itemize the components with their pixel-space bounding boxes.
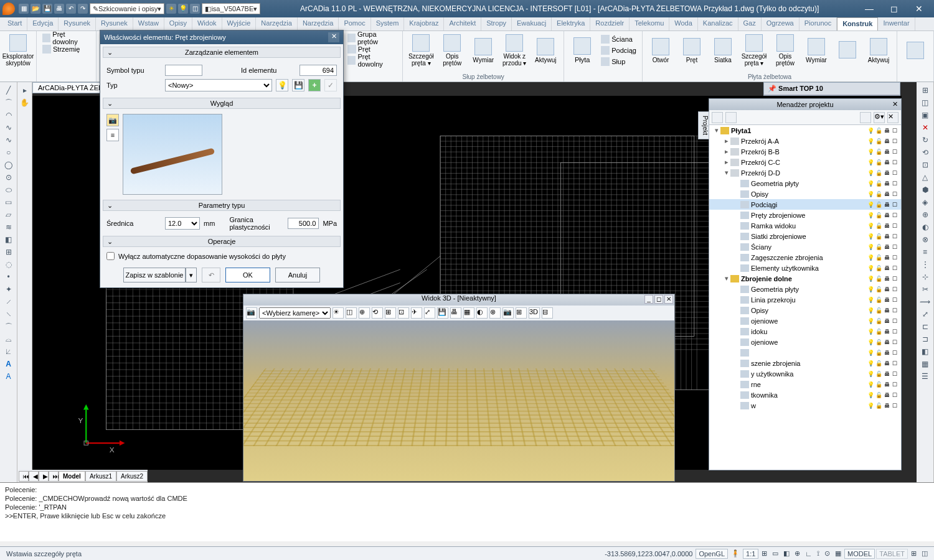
tool-icon[interactable]: ↻ <box>919 134 932 146</box>
workspace-dropdown[interactable]: ✎ Szkicowanie i opisy ▾ <box>90 3 164 14</box>
ribbon-extra-button[interactable] <box>901 32 930 68</box>
tool-icon[interactable]: ◧ <box>919 346 932 357</box>
ribbon-button[interactable]: Aktywuj <box>531 32 560 68</box>
tool-icon[interactable]: ▦ <box>919 358 932 370</box>
close-button[interactable]: ✕ <box>907 2 932 16</box>
tool-icon[interactable]: ∿ <box>2 122 15 133</box>
tab-nav-last[interactable]: ⏭ <box>49 471 59 482</box>
ribbon-tab-pomoc[interactable]: Pomoc <box>339 17 370 30</box>
tool-icon[interactable]: ◯ <box>2 159 15 170</box>
v3d-tool-icon[interactable]: ⟲ <box>372 307 383 319</box>
pm-tree-row[interactable]: szenie zbrojenia💡🔓🖶☐ <box>709 358 901 368</box>
v3d-tool-icon[interactable]: ✈ <box>411 307 422 319</box>
pm-tree-row[interactable]: 💡🔓🖶☐ <box>709 347 901 358</box>
ribbon-tab-wyjście[interactable]: Wyjście <box>222 17 257 30</box>
v3d-tool-icon[interactable]: ⊕ <box>359 307 370 319</box>
ok-button[interactable]: OK <box>225 268 270 282</box>
ribbon-button[interactable]: Pręt <box>677 32 706 68</box>
stirrup-button[interactable]: Strzemię <box>40 44 92 55</box>
maximize-button[interactable]: ◻ <box>882 2 907 16</box>
pm-tree-row[interactable]: Siatki zbrojeniowe💡🔓🖶☐ <box>709 231 901 241</box>
pm-tree-row[interactable]: ojeniowe💡🔓🖶☐ <box>709 337 901 347</box>
view3d-scene[interactable] <box>243 320 674 481</box>
tool-icon[interactable]: ⟍ <box>2 309 15 320</box>
symbol-type-input[interactable] <box>165 65 202 76</box>
ribbon-tab-gaz[interactable]: Gaz <box>738 17 762 30</box>
qat-print-icon[interactable]: 🖶 <box>54 4 64 14</box>
v3d-tool-icon[interactable]: ⊡ <box>398 307 409 319</box>
ribbon-tab-piorunoc[interactable]: Piorunoc <box>800 17 837 30</box>
pm-tree-row[interactable]: Ramka widoku💡🔓🖶☐ <box>709 220 901 231</box>
ribbon-button[interactable]: Otwór <box>646 32 675 68</box>
layer-dropdown[interactable]: ◧ isa_V50A7BE ▾ <box>202 3 260 14</box>
tool-icon[interactable]: • <box>2 271 15 282</box>
status-icon[interactable]: ⊕ <box>792 549 803 558</box>
ribbon-tab-narzędzia[interactable]: Narzędzia <box>298 17 339 30</box>
ribbon-tab-rysunek[interactable]: Rysunek <box>96 17 133 30</box>
qat-new-icon[interactable]: ▦ <box>19 4 29 14</box>
ribbon-tab-krajobraz[interactable]: Krajobraz <box>404 17 444 30</box>
tool-icon[interactable]: ⋮ <box>919 259 932 270</box>
v3d-tool-icon[interactable]: ⤢ <box>424 307 435 319</box>
tool-icon[interactable]: ⌓ <box>2 334 15 345</box>
status-model[interactable]: MODEL <box>844 549 875 559</box>
v3d-tool-icon[interactable]: 📷 <box>502 307 514 319</box>
tool-icon[interactable]: ▱ <box>2 209 15 220</box>
v3d-tool-icon[interactable]: 💾 <box>437 307 448 319</box>
v3d-tool-icon[interactable]: ⊟ <box>542 307 553 319</box>
tool-icon[interactable]: ⬭ <box>2 184 15 195</box>
v3d-tool-icon[interactable]: ⊞ <box>516 307 527 319</box>
pm-tree-row[interactable]: Ściany💡🔓🖶☐ <box>709 241 901 252</box>
script-explorer-button[interactable]: Eksplorator skryptów <box>4 32 32 68</box>
wall-button[interactable]: Ściana <box>599 34 638 45</box>
tool-pan-icon[interactable]: ✋ <box>19 97 31 108</box>
ribbon-button[interactable]: Opis prętów <box>438 32 466 68</box>
command-line[interactable]: Polecenie: Polecenie: _CMDECHOWprowadź n… <box>0 482 934 541</box>
ribbon-button[interactable]: Aktywuj <box>864 32 893 68</box>
dialog-section-manage[interactable]: ⌄Zarządzanie elementem <box>103 47 341 58</box>
qat-misc-icon[interactable]: ◫ <box>190 4 200 14</box>
pm-tree-row[interactable]: ojeniowe💡🔓🖶☐ <box>709 315 901 326</box>
ribbon-tab-rozdzielr[interactable]: Rozdzielr <box>590 17 630 30</box>
qat-open-icon[interactable]: 📂 <box>31 4 40 14</box>
tool-icon[interactable]: ≋ <box>2 222 15 233</box>
pm-tree-row[interactable]: Elementy użytkownika💡🔓🖶☐ <box>709 263 901 273</box>
pm-filter-icon[interactable]: ⚙▾ <box>874 112 885 123</box>
pm-tree-row[interactable]: Zagęszczenie zbrojenia💡🔓🖶☐ <box>709 252 901 263</box>
tool-icon[interactable]: ⌒ <box>2 321 15 332</box>
pm-tree-row[interactable]: w💡🔓🖶☐ <box>709 400 901 411</box>
pm-tool-icon[interactable] <box>725 112 737 123</box>
ribbon-tab-ewakuacj[interactable]: Ewakuacj <box>512 17 552 30</box>
tool-icon[interactable]: ▭ <box>2 197 15 208</box>
tool-icon[interactable]: ⟋ <box>2 296 15 307</box>
pm-tree-row[interactable]: Geometria płyty💡🔓🖶☐ <box>709 284 901 294</box>
dialog-section-ops[interactable]: ⌄Operacje <box>103 236 341 247</box>
pm-tree-row[interactable]: Opisy💡🔓🖶☐ <box>709 305 901 315</box>
pm-tree-row[interactable]: tkownika💡🔓🖶☐ <box>709 390 901 400</box>
tool-icon[interactable]: ◈ <box>919 197 932 208</box>
tool-icon[interactable]: ⊐ <box>919 334 932 345</box>
rebar-any-button[interactable]: Pręt dowolny <box>40 32 92 44</box>
tool-icon[interactable]: ☰ <box>919 371 932 382</box>
ribbon-tab-opisy[interactable]: Opisy <box>164 17 192 30</box>
pm-tree-row[interactable]: y użytkownika💡🔓🖶☐ <box>709 368 901 379</box>
view3d-max-icon[interactable]: ◻ <box>654 295 663 304</box>
v3d-tool-icon[interactable]: ☀ <box>333 307 344 319</box>
diameter-select[interactable]: 12.0 <box>165 217 200 230</box>
v3d-tool-icon[interactable]: ◐ <box>476 307 488 319</box>
pm-tree-row[interactable]: Opisy💡🔓🖶☐ <box>709 189 901 199</box>
v3d-tool-icon[interactable]: 🖶 <box>450 307 461 319</box>
tool-icon[interactable]: ⊡ <box>919 159 932 170</box>
camera-icon[interactable]: 📷 <box>246 307 257 319</box>
tool-icon[interactable]: ≡ <box>919 246 932 258</box>
ribbon-button[interactable]: Wymiar <box>469 32 498 68</box>
tab-model[interactable]: Model <box>59 471 85 482</box>
tool-icon[interactable]: ⟿ <box>919 296 932 307</box>
pm-tree-row[interactable]: idoku💡🔓🖶☐ <box>709 326 901 337</box>
tool-icon[interactable]: ⊙ <box>2 172 15 183</box>
tool-icon[interactable]: △ <box>919 172 932 183</box>
preview-layers-icon[interactable]: ≡ <box>106 129 119 141</box>
auto-height-checkbox[interactable] <box>106 252 115 260</box>
tool-icon[interactable]: ◠ <box>2 110 15 121</box>
status-render[interactable]: OpenGL <box>696 549 728 559</box>
